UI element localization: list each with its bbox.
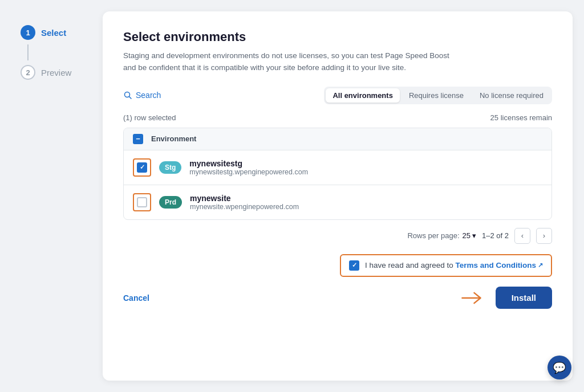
page-title: Select environments (123, 30, 552, 44)
terms-link[interactable]: Terms and Conditions ↗ (455, 261, 543, 270)
row-1-badge: Stg (159, 161, 181, 174)
search-label: Search (136, 91, 161, 100)
prev-page-button[interactable]: ‹ (514, 228, 530, 244)
step-1-label: Select (41, 28, 66, 38)
terms-agreement-box: ✓ I have read and agreed to Terms and Co… (340, 254, 552, 277)
table-header-environment: Environment (151, 134, 196, 143)
table-row: Prd mynewsite mynewsite.wpenginepowered.… (124, 185, 551, 219)
filter-no-license[interactable]: No license required (473, 88, 550, 103)
terms-checkmark-icon: ✓ (352, 262, 357, 269)
cancel-button[interactable]: Cancel (123, 293, 149, 303)
checkmark-icon: ✓ (140, 164, 145, 171)
chevron-left-icon: ‹ (521, 231, 524, 240)
filter-all-environments[interactable]: All environments (326, 88, 399, 103)
page-range: 1–2 of 2 (482, 231, 509, 240)
environment-table: − Environment ✓ Stg mynewsitestg mynewsi… (123, 128, 552, 220)
row-2-badge: Prd (159, 196, 182, 209)
external-link-icon: ↗ (538, 262, 543, 269)
row-1-checkbox-wrapper[interactable]: ✓ (133, 158, 151, 177)
install-area: Install (461, 286, 552, 310)
step-1-circle: 1 (21, 25, 35, 40)
row-1-url: mynewsitestg.wpenginepowered.com (189, 168, 308, 176)
chat-support-button[interactable]: 💬 (548, 356, 571, 379)
row-2-url: mynewsite.wpenginepowered.com (190, 203, 299, 211)
per-page-value: 25 (463, 231, 471, 240)
minus-icon: − (136, 135, 140, 142)
sidebar-step-1[interactable]: 1 Select (21, 25, 94, 40)
chevron-down-icon: ▾ (472, 231, 476, 240)
rows-per-page: Rows per page: 25 ▾ (407, 231, 476, 240)
sidebar: 1 Select 2 Preview (11, 11, 103, 381)
row-1-name: mynewsitestg (189, 159, 308, 168)
table-meta: (1) row selected 25 licenses remain (123, 113, 552, 122)
row-1-checkbox[interactable]: ✓ (137, 162, 147, 173)
filter-row: Search All environments Requires license… (123, 87, 552, 104)
table-row: ✓ Stg mynewsitestg mynewsitestg.wpengine… (124, 150, 551, 185)
next-page-button[interactable]: › (536, 228, 552, 244)
sidebar-step-2: 2 Preview (21, 65, 94, 80)
filter-requires-license[interactable]: Requires license (402, 88, 471, 103)
search-icon (123, 91, 132, 100)
header-checkbox[interactable]: − (133, 134, 143, 144)
chevron-right-icon: › (543, 231, 545, 240)
step-2-circle: 2 (21, 65, 35, 80)
search-button[interactable]: Search (123, 91, 161, 100)
main-card: Select environments Staging and developm… (103, 11, 573, 381)
row-1-info: mynewsitestg mynewsitestg.wpenginepowere… (189, 159, 308, 176)
row-2-checkbox[interactable] (137, 197, 147, 207)
pagination-row: Rows per page: 25 ▾ 1–2 of 2 ‹ › (123, 228, 552, 244)
terms-row: ✓ I have read and agreed to Terms and Co… (123, 254, 552, 277)
chat-icon: 💬 (553, 361, 566, 374)
arrow-right-icon (461, 286, 485, 310)
row-2-info: mynewsite mynewsite.wpenginepowered.com (190, 194, 299, 211)
rows-selected: (1) row selected (123, 113, 176, 122)
filter-tabs: All environments Requires license No lic… (324, 87, 552, 104)
install-button[interactable]: Install (496, 287, 552, 309)
page-description: Staging and development environments do … (123, 50, 454, 74)
per-page-selector[interactable]: 25 ▾ (463, 231, 476, 240)
rows-per-page-label: Rows per page: (407, 231, 459, 240)
terms-text: I have read and agreed to Terms and Cond… (365, 261, 543, 270)
terms-checkbox[interactable]: ✓ (349, 260, 359, 271)
step-2-label: Preview (41, 68, 71, 77)
bottom-actions: Cancel Install (123, 286, 552, 310)
row-2-name: mynewsite (190, 194, 299, 203)
step-connector (27, 44, 29, 60)
svg-line-1 (129, 97, 132, 99)
table-header: − Environment (124, 128, 551, 150)
licenses-remain: 25 licenses remain (490, 113, 552, 122)
row-2-checkbox-wrapper[interactable] (133, 193, 151, 211)
